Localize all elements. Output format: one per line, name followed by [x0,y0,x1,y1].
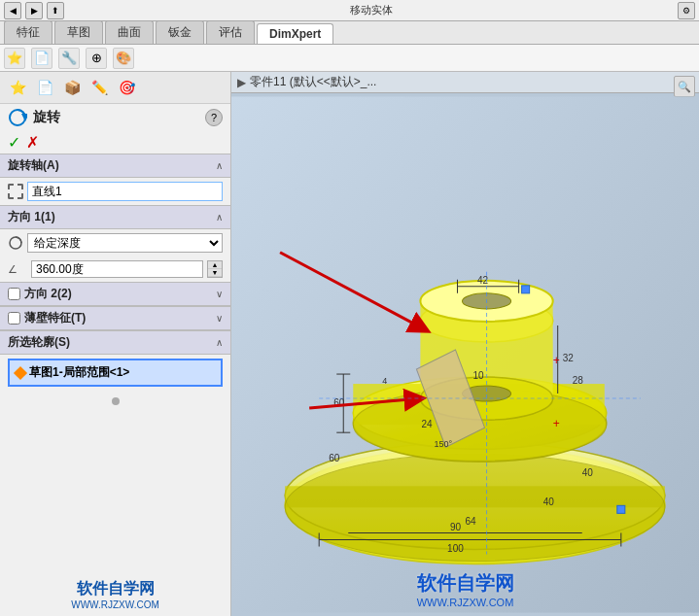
direction1-icon [8,235,23,251]
direction1-label: 方向 1(1) [8,209,55,225]
toolbar2: ⭐ 📄 🔧 ⊕ 🎨 [0,45,699,72]
confirm-button[interactable]: ✓ [8,133,20,152]
action-buttons: ✓ ✗ [0,131,230,154]
left-icon-1[interactable]: ⭐ [6,76,29,99]
degree-down-button[interactable]: ▼ [208,269,222,277]
svg-text:60: 60 [329,453,340,463]
tb2-icon-tool[interactable]: 🔧 [58,48,80,69]
svg-text:10: 10 [473,370,485,381]
tb2-icon-color[interactable]: 🎨 [113,48,134,69]
svg-text:28: 28 [573,375,584,386]
toolbar-btn-3[interactable]: ⬆ [47,2,64,19]
axis-dashed-icon [8,184,23,199]
revolve-header: 旋转 ? [0,104,230,131]
svg-text:+: + [553,417,560,430]
toolbar-btn-4[interactable]: ⚙ [678,2,695,19]
tab-banjin[interactable]: 钣金 [156,20,204,44]
left-icon-row: ⭐ 📄 📦 ✏️ 🎯 [0,72,230,104]
toolbar-btn-2[interactable]: ▶ [25,2,43,19]
svg-text:24: 24 [421,419,433,429]
direction2-label: 方向 2(2) [24,286,72,302]
left-icon-5[interactable]: 🎯 [115,76,138,99]
svg-text:64: 64 [466,516,477,527]
svg-rect-44 [522,286,530,293]
svg-text:100: 100 [447,543,464,554]
axis-input-row [0,178,230,205]
direction1-section-header[interactable]: 方向 1(1) ∧ [0,205,230,229]
direction1-chevron-icon: ∧ [216,212,223,222]
tree-item-label: 零件11 (默认<<默认>_... [250,74,376,90]
revolve-title: 旋转 [33,109,60,126]
thin-feature-checkbox[interactable] [8,312,20,325]
tb2-icon-star[interactable]: ⭐ [4,48,25,69]
model-area: 42 32 28 60 60 24 150 [231,93,699,616]
thin-feature-section-header[interactable]: 薄壁特征(T) ∨ [0,306,230,330]
tab-dimxpert[interactable]: DimXpert [257,23,333,44]
region-diamond-icon [14,365,27,379]
degree-row: ∠ ▲ ▼ [0,257,230,282]
direction1-row: 给定深度 [0,229,230,257]
selected-regions-label: 所选轮廓(S) [8,334,70,351]
watermark-en-text: WWW.RJZXW.COM [8,599,223,610]
selected-regions-header[interactable]: 所选轮廓(S) ∧ [0,330,230,355]
svg-text:40: 40 [543,496,555,507]
tab-qumian[interactable]: 曲面 [105,20,154,44]
tab-caotu[interactable]: 草图 [54,20,103,44]
tab-pingjia[interactable]: 评估 [206,20,255,44]
axis-section-label: 旋转轴(A) [8,157,59,174]
direction1-select[interactable]: 给定深度 [27,233,223,253]
svg-rect-45 [617,505,625,513]
svg-text:+: + [553,354,560,367]
watermark: 软件自学网 WWW.RJZXW.COM [0,573,230,616]
tab-tezheng[interactable]: 特征 [4,20,52,44]
degree-input[interactable] [31,260,203,278]
tab-bar: 特征 草图 曲面 钣金 评估 DimXpert [0,21,699,45]
degree-up-button[interactable]: ▲ [208,261,222,269]
help-button[interactable]: ? [205,109,223,126]
degree-icon: ∠ [8,263,27,276]
tree-header: ▶ 零件11 (默认<<默认>_... [231,72,699,93]
svg-text:150°: 150° [434,439,452,449]
cancel-button[interactable]: ✗ [26,133,39,152]
tb2-icon-plus[interactable]: ⊕ [86,48,107,69]
main-layout: ⭐ 📄 📦 ✏️ 🎯 旋转 ? ✓ ✗ 旋转轴(A) ∧ [0,72,699,616]
svg-text:4: 4 [382,376,387,386]
left-icon-2[interactable]: 📄 [33,76,56,99]
direction2-chevron-icon: ∨ [216,289,223,299]
selected-regions-chevron-icon: ∧ [216,337,223,348]
svg-text:90: 90 [450,522,462,532]
toolbar-btn-1[interactable]: ◀ [4,2,21,19]
axis-chevron-icon: ∧ [216,160,223,171]
top-toolbar: ◀ ▶ ⬆ 移动实体 ⚙ [0,0,699,21]
svg-text:32: 32 [563,353,575,363]
left-icon-3[interactable]: 📦 [60,76,84,99]
axis-input[interactable] [27,182,223,201]
region-indicator [112,397,120,405]
region-text: 草图1-局部范围<1> [29,364,129,381]
right-viewport: ▶ 零件11 (默认<<默认>_... 🔍 ⊞ ✋ ↻ ⚙ [231,72,699,616]
left-icon-4[interactable]: ✏️ [87,76,111,99]
revolve-icon [8,108,27,127]
degree-spinner: ▲ ▼ [207,260,223,278]
tb2-icon-list[interactable]: 📄 [31,48,52,69]
tree-arrow-icon: ▶ [237,76,246,89]
watermark-cn-text: 软件自学网 [8,579,223,599]
direction2-checkbox[interactable] [8,288,20,300]
left-panel: ⭐ 📄 📦 ✏️ 🎯 旋转 ? ✓ ✗ 旋转轴(A) ∧ [0,72,231,616]
selected-region-box[interactable]: 草图1-局部范围<1> [8,359,223,387]
direction2-section-header[interactable]: 方向 2(2) ∨ [0,282,230,306]
svg-text:40: 40 [582,467,594,478]
thin-feature-chevron-icon: ∨ [216,313,223,324]
model-svg: 42 32 28 60 60 24 150 [231,93,699,616]
axis-section-header[interactable]: 旋转轴(A) ∧ [0,154,230,178]
thin-feature-label: 薄壁特征(T) [24,310,86,326]
svg-point-6 [285,454,665,561]
